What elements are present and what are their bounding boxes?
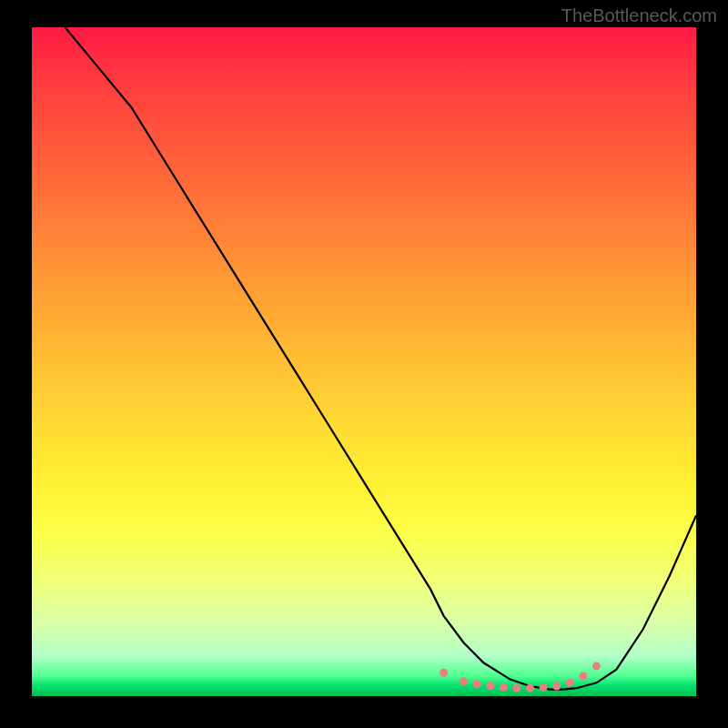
marker-dot bbox=[552, 682, 561, 691]
marker-dot bbox=[592, 662, 601, 670]
marker-dot bbox=[460, 677, 468, 685]
marker-dot bbox=[486, 682, 494, 691]
marker-dot bbox=[566, 679, 574, 687]
marker-dot bbox=[579, 672, 587, 681]
marker-dot bbox=[440, 669, 448, 677]
marker-dot bbox=[500, 683, 508, 692]
curve-line bbox=[66, 27, 697, 690]
marker-dot bbox=[473, 680, 481, 688]
chart-plot-area bbox=[32, 27, 696, 696]
marker-dot bbox=[512, 684, 521, 693]
chart-svg bbox=[32, 27, 696, 696]
watermark-text: TheBottleneck.com bbox=[561, 5, 717, 26]
marker-dot bbox=[540, 683, 548, 692]
marker-dot bbox=[526, 684, 534, 693]
